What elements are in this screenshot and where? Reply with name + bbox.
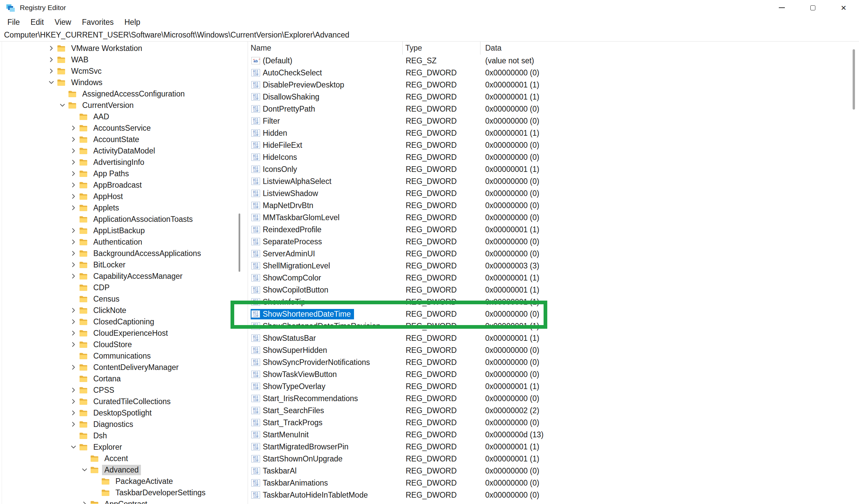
registry-value-row-reindexedprofile[interactable]: 011110ReindexedProfileREG_DWORD0x0000000…	[248, 223, 859, 236]
tree-item-assignedaccessconfiguration[interactable]: AssignedAccessConfiguration	[0, 88, 247, 99]
chevron-right-icon[interactable]	[69, 363, 78, 372]
registry-value-row-disablepreviewdesktop[interactable]: 011110DisablePreviewDesktopREG_DWORD0x00…	[248, 79, 859, 91]
tree-item-dsh[interactable]: Dsh	[0, 430, 247, 441]
chevron-right-icon[interactable]	[69, 192, 78, 201]
chevron-right-icon[interactable]	[69, 386, 78, 394]
tree-item-appbroadcast[interactable]: AppBroadcast	[0, 179, 247, 191]
menu-help[interactable]: Help	[119, 15, 146, 29]
tree-item-apphost[interactable]: AppHost	[0, 191, 247, 202]
tree-item-advertisinginfo[interactable]: AdvertisingInfo	[0, 157, 247, 168]
registry-value-row-start-searchfiles[interactable]: 011110Start_SearchFilesREG_DWORD0x000000…	[248, 405, 859, 416]
registry-value-row-iconsonly[interactable]: 011110IconsOnlyREG_DWORD0x00000001 (1)	[248, 163, 859, 175]
menu-favorites[interactable]: Favorites	[76, 15, 119, 29]
maximize-button[interactable]	[797, 0, 828, 15]
tree-item-currentversion[interactable]: CurrentVersion	[0, 99, 247, 111]
chevron-right-icon[interactable]	[69, 340, 78, 349]
registry-value-row-startshownonupgrade[interactable]: 011110StartShownOnUpgradeREG_DWORD0x0000…	[248, 453, 859, 465]
registry-value-row-listviewalphaselect[interactable]: 011110ListviewAlphaSelectREG_DWORD0x0000…	[248, 175, 859, 187]
chevron-right-icon[interactable]	[69, 146, 78, 155]
registry-value-row-showtypeoverlay[interactable]: 011110ShowTypeOverlayREG_DWORD0x00000001…	[248, 380, 859, 392]
registry-value-row-showsyncprovidernotifications[interactable]: 011110ShowSyncProviderNotificationsREG_D…	[248, 356, 859, 368]
tree-item-curatedtilecollections[interactable]: CuratedTileCollections	[0, 396, 247, 407]
tree-item-diagnostics[interactable]: Diagnostics	[0, 419, 247, 430]
registry-value-row-showtaskviewbutton[interactable]: 011110ShowTaskViewButtonREG_DWORD0x00000…	[248, 368, 859, 380]
registry-value-row-showshorteneddatetime[interactable]: 011110ShowShortenedDateTimeREG_DWORD0x00…	[248, 308, 859, 320]
registry-value-row-taskbarautohideintabletmode[interactable]: 011110TaskbarAutoHideInTabletModeREG_DWO…	[248, 489, 859, 501]
tree-item-explorer[interactable]: Explorer	[0, 441, 247, 453]
tree-item-advanced[interactable]: Advanced	[0, 464, 247, 475]
registry-value-row-serveradminui[interactable]: 011110ServerAdminUIREG_DWORD0x00000000 (…	[248, 248, 859, 260]
registry-value-row-shellmigrationlevel[interactable]: 011110ShellMigrationLevelREG_DWORD0x0000…	[248, 260, 859, 272]
tree-item-communications[interactable]: Communications	[0, 350, 247, 362]
chevron-right-icon[interactable]	[69, 306, 78, 315]
chevron-right-icon[interactable]	[69, 420, 78, 429]
registry-value-row-hidefileext[interactable]: 011110HideFileExtREG_DWORD0x00000000 (0)	[248, 139, 859, 151]
registry-value-row-separateprocess[interactable]: 011110SeparateProcessREG_DWORD0x00000000…	[248, 236, 859, 248]
chevron-right-icon[interactable]	[69, 180, 78, 189]
chevron-right-icon[interactable]	[69, 249, 78, 258]
registry-value-row-startmigratedbrowserpin[interactable]: 011110StartMigratedBrowserPinREG_DWORD0x…	[248, 441, 859, 453]
tree-item-capabilityaccessmanager[interactable]: CapabilityAccessManager	[0, 270, 247, 282]
chevron-right-icon[interactable]	[69, 226, 78, 235]
registry-value-row-showstatusbar[interactable]: 011110ShowStatusBarREG_DWORD0x00000001 (…	[248, 332, 859, 344]
registry-value-row-autocheckselect[interactable]: 011110AutoCheckSelectREG_DWORD0x00000000…	[248, 67, 859, 79]
chevron-right-icon[interactable]	[69, 135, 78, 144]
tree-item-taskbardevelopersettings[interactable]: TaskbarDeveloperSettings	[0, 487, 247, 498]
registry-value-row-default[interactable]: “ab”(Default)REG_SZ(value not set)	[248, 54, 859, 67]
registry-value-row-showsuperhidden[interactable]: 011110ShowSuperHiddenREG_DWORD0x00000000…	[248, 344, 859, 356]
menu-view[interactable]: View	[49, 15, 76, 29]
tree-item-census[interactable]: Census	[0, 293, 247, 304]
tree-item-desktopspotlight[interactable]: DesktopSpotlight	[0, 407, 247, 419]
tree-item-cdp[interactable]: CDP	[0, 282, 247, 293]
tree-item-cloudexperiencehost[interactable]: CloudExperienceHost	[0, 327, 247, 339]
tree-item-closedcaptioning[interactable]: ClosedCaptioning	[0, 316, 247, 327]
column-header-type[interactable]: Type	[403, 42, 481, 54]
tree-item-applets[interactable]: Applets	[0, 202, 247, 214]
tree-item-appcontract[interactable]: AppContract	[0, 498, 247, 504]
registry-value-row-showinfotip[interactable]: 011110ShowInfoTipREG_DWORD0x00000001 (1)	[248, 296, 859, 308]
tree-item-aad[interactable]: AAD	[0, 111, 247, 122]
tree-item-vmware-workstation[interactable]: VMware Workstation	[0, 43, 247, 54]
address-input[interactable]	[4, 31, 859, 40]
tree-item-clicknote[interactable]: ClickNote	[0, 304, 247, 316]
tree-item-applistbackup[interactable]: AppListBackup	[0, 225, 247, 236]
chevron-right-icon[interactable]	[69, 158, 78, 167]
chevron-right-icon[interactable]	[69, 329, 78, 337]
chevron-right-icon[interactable]	[69, 169, 78, 178]
registry-value-row-showcompcolor[interactable]: 011110ShowCompColorREG_DWORD0x00000001 (…	[248, 272, 859, 284]
tree-item-wcmsvc[interactable]: WcmSvc	[0, 65, 247, 77]
tree-item-backgroundaccessapplications[interactable]: BackgroundAccessApplications	[0, 248, 247, 259]
chevron-right-icon[interactable]	[47, 67, 56, 75]
chevron-right-icon[interactable]	[69, 203, 78, 212]
chevron-right-icon[interactable]	[47, 55, 56, 64]
registry-value-row-hidden[interactable]: 011110HiddenREG_DWORD0x00000001 (1)	[248, 127, 859, 139]
tree-item-accountstate[interactable]: AccountState	[0, 134, 247, 145]
close-button[interactable]: ✕	[828, 0, 859, 15]
tree-item-accountsservice[interactable]: AccountsService	[0, 122, 247, 134]
registry-value-row-start-trackprogs[interactable]: 011110Start_TrackProgsREG_DWORD0x0000000…	[248, 416, 859, 429]
registry-value-row-showshorteneddatetimerevision[interactable]: 011110ShowShortenedDateTimeRevisionREG_D…	[248, 320, 859, 332]
registry-value-row-mmtaskbarglomlevel[interactable]: 011110MMTaskbarGlomLevelREG_DWORD0x00000…	[248, 211, 859, 223]
chevron-down-icon[interactable]	[47, 78, 56, 87]
chevron-right-icon[interactable]	[47, 44, 56, 52]
tree-item-contentdeliverymanager[interactable]: ContentDeliveryManager	[0, 362, 247, 373]
chevron-down-icon[interactable]	[80, 466, 89, 474]
chevron-right-icon[interactable]	[69, 238, 78, 246]
tree-item-wab[interactable]: WAB	[0, 54, 247, 65]
registry-value-row-disallowshaking[interactable]: 011110DisallowShakingREG_DWORD0x00000001…	[248, 91, 859, 103]
chevron-right-icon[interactable]	[69, 409, 78, 417]
tree-item-cpss[interactable]: CPSS	[0, 384, 247, 396]
tree-item-packageactivate[interactable]: PackageActivate	[0, 475, 247, 487]
registry-value-row-dontprettypath[interactable]: 011110DontPrettyPathREG_DWORD0x00000000 …	[248, 103, 859, 115]
chevron-right-icon[interactable]	[80, 500, 89, 504]
chevron-down-icon[interactable]	[69, 443, 78, 452]
chevron-right-icon[interactable]	[69, 124, 78, 132]
registry-value-row-filter[interactable]: 011110FilterREG_DWORD0x00000000 (0)	[248, 115, 859, 127]
column-header-name[interactable]: Name	[248, 42, 403, 54]
chevron-right-icon[interactable]	[69, 397, 78, 406]
registry-value-row-showcopilotbutton[interactable]: 011110ShowCopilotButtonREG_DWORD0x000000…	[248, 284, 859, 296]
chevron-right-icon[interactable]	[69, 261, 78, 269]
tree-item-accent[interactable]: Accent	[0, 453, 247, 464]
registry-value-row-start-irisrecommendations[interactable]: 011110Start_IrisRecommendationsREG_DWORD…	[248, 392, 859, 405]
registry-value-row-mapnetdrvbtn[interactable]: 011110MapNetDrvBtnREG_DWORD0x00000000 (0…	[248, 200, 859, 211]
